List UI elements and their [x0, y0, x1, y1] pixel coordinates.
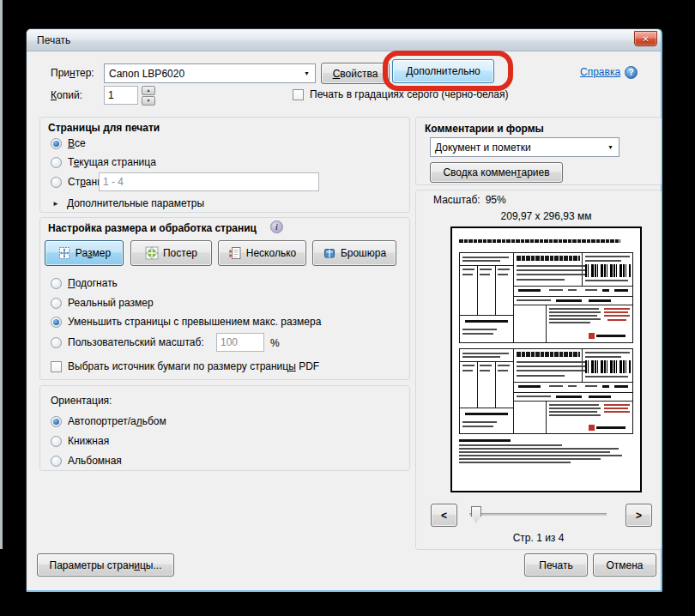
orientation-title: Ориентация: [51, 395, 112, 407]
properties-button[interactable]: Свойства [321, 63, 390, 84]
invoice-block [459, 252, 633, 343]
advanced-button-label: Дополнительно [406, 65, 480, 77]
copies-label-row: Копий: [51, 88, 82, 102]
grayscale-label: Печать в градациях серого (черно-белая) [310, 88, 508, 100]
radio-landscape[interactable] [51, 456, 62, 467]
radio-custom-label: Пользовательский масштаб: [68, 336, 204, 348]
preview-page [450, 226, 642, 492]
poster-mode-label: Постер [163, 247, 197, 259]
radio-all[interactable] [51, 138, 62, 149]
paper-source-row: Выбрать источник бумаги по размеру стран… [51, 359, 319, 373]
info-icon[interactable]: i [270, 220, 283, 233]
size-mode-button[interactable]: Размер [45, 240, 124, 266]
barcode [585, 264, 631, 277]
poster-mode-button[interactable]: Постер [130, 240, 212, 266]
radio-row-all: Все [51, 136, 86, 150]
comments-select[interactable]: Документ и пометки ▼ [430, 137, 619, 157]
radio-row-shrink: Уменьшить страницы с превышением макс. р… [51, 315, 321, 329]
radio-row-auto-orientation: Автопортрет/альбом [51, 414, 166, 428]
print-dialog: Печать ✕ Принтер: Canon LBP6020 ▼ Свойст… [26, 28, 662, 592]
advanced-options-expander[interactable]: ► Дополнительные параметры [52, 196, 204, 210]
radio-portrait-label: Книжная [68, 435, 109, 447]
radio-row-landscape: Альбомная [51, 454, 122, 468]
multiple-mode-label: Несколько [246, 247, 296, 259]
preview-groupbox: Масштаб: 95% 209,97 x 296,93 мм [415, 190, 662, 550]
radio-all-label: Все [68, 137, 86, 149]
radio-pages[interactable] [51, 177, 62, 188]
poster-icon [145, 246, 159, 260]
page-slider-track[interactable] [469, 513, 607, 516]
close-icon: ✕ [642, 34, 649, 44]
booklet-mode-label: Брошюра [341, 247, 386, 259]
invoice-block [459, 348, 633, 434]
scale-value: 95% [486, 194, 506, 206]
next-page-button[interactable]: > [626, 504, 652, 527]
radio-custom-scale[interactable] [51, 337, 62, 348]
radio-shrink-label: Уменьшить страницы с превышением макс. р… [68, 316, 321, 328]
copies-label: Копий: [51, 89, 82, 101]
copies-input[interactable] [104, 86, 138, 105]
comment-summary-button[interactable]: Сводка комментариев [430, 162, 563, 183]
radio-fit-label: Подогнать [68, 277, 118, 289]
red-logo-mark [589, 425, 595, 431]
close-button[interactable]: ✕ [634, 31, 657, 46]
radio-row-custom-scale: Пользовательский масштаб: [51, 335, 204, 349]
printer-select[interactable]: Canon LBP6020 ▼ [104, 63, 316, 83]
page-slider-thumb[interactable] [471, 506, 481, 522]
radio-portrait[interactable] [51, 436, 62, 447]
radio-actual-label: Реальный размер [68, 297, 154, 309]
pages-groupbox: Страницы для печати Все Текущая страница… [39, 117, 410, 213]
print-button-label: Печать [539, 559, 572, 571]
copies-spin-up[interactable]: ▲ [142, 86, 155, 95]
percent-label: % [270, 337, 280, 349]
previous-icon: < [441, 510, 447, 522]
orientation-groupbox: Ориентация: Автопортрет/альбом Книжная А… [39, 385, 410, 471]
background-edge-strip [0, 0, 3, 549]
previous-page-button[interactable]: < [431, 504, 457, 527]
size-groupbox: Настройка размера и обработка страниц i … [39, 217, 410, 380]
booklet-icon [323, 246, 336, 260]
help-icon[interactable]: ? [625, 66, 638, 79]
dialog-title: Печать [37, 34, 70, 46]
expander-icon: ► [52, 200, 59, 208]
cancel-button[interactable]: Отмена [593, 553, 656, 577]
printer-label: Принтер: [51, 67, 94, 79]
help-row: Справка ? [580, 65, 638, 79]
comments-select-value: Документ и пометки [435, 142, 531, 154]
page-setup-label: Параметры страницы... [50, 559, 162, 571]
multiple-pages-icon [228, 246, 242, 260]
comments-groupbox: Комментарии и формы Документ и пометки ▼… [415, 117, 662, 185]
radio-actual-size[interactable] [51, 298, 62, 309]
pages-group-title: Страницы для печати [48, 122, 160, 134]
spin-up-icon: ▲ [147, 88, 151, 93]
radio-auto-orientation[interactable] [51, 416, 62, 427]
radio-row-portrait: Книжная [51, 434, 109, 448]
page-dimensions: 209,97 x 296,93 мм [450, 210, 642, 222]
radio-shrink-oversized[interactable] [51, 317, 62, 328]
radio-row-fit: Подогнать [51, 276, 118, 290]
title-bar: Печать ✕ [27, 29, 661, 51]
spin-down-icon: ▼ [147, 99, 151, 103]
radio-fit[interactable] [51, 278, 62, 289]
red-logo-mark [589, 333, 595, 339]
pages-range-input[interactable] [99, 172, 319, 191]
help-link[interactable]: Справка [580, 66, 620, 78]
multiple-mode-button[interactable]: Несколько [218, 240, 306, 266]
custom-scale-input[interactable] [216, 333, 264, 352]
radio-auto-label: Автопортрет/альбом [68, 415, 166, 427]
paper-source-checkbox[interactable] [51, 361, 62, 372]
document-headline [459, 239, 620, 243]
size-group-title: Настройка размера и обработка страниц [48, 222, 257, 234]
grayscale-checkbox[interactable] [293, 89, 304, 100]
page-setup-button[interactable]: Параметры страницы... [37, 553, 174, 577]
cancel-button-label: Отмена [606, 559, 643, 571]
radio-current-page[interactable] [51, 157, 62, 168]
radio-current-label: Текущая страница [68, 156, 156, 168]
properties-button-label: Свойства [333, 68, 378, 80]
advanced-button[interactable]: Дополнительно [392, 59, 494, 83]
print-button[interactable]: Печать [524, 553, 588, 577]
booklet-mode-button[interactable]: Брошюра [312, 240, 396, 266]
copies-spin-down[interactable]: ▼ [142, 96, 155, 106]
advanced-options-label: Дополнительные параметры [67, 197, 204, 209]
size-mode-label: Размер [76, 247, 111, 259]
